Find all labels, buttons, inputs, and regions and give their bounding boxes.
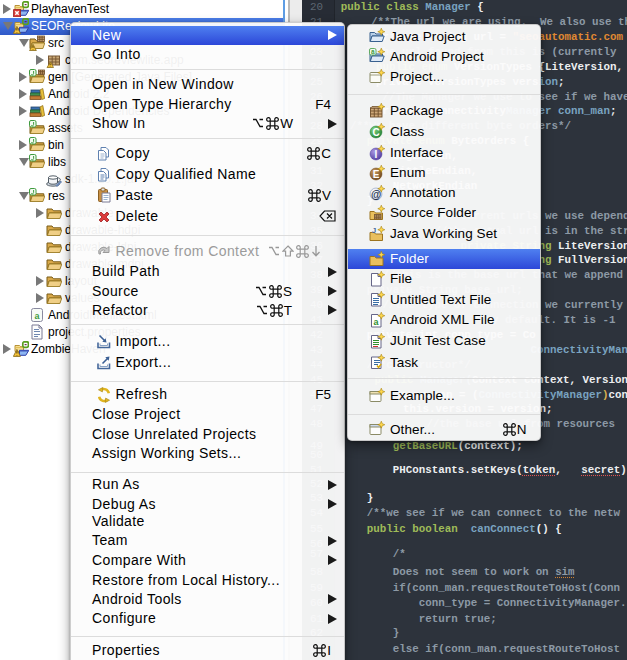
svg-text:E: E xyxy=(373,169,380,180)
svg-text:a: a xyxy=(371,48,375,55)
svg-text:J: J xyxy=(372,226,376,235)
svg-text:C: C xyxy=(372,127,379,138)
svg-text:I: I xyxy=(375,148,378,159)
